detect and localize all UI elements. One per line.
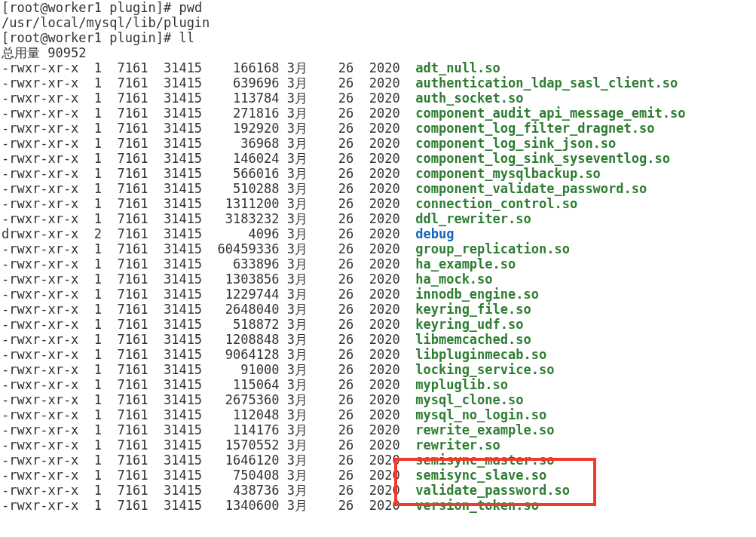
file-name: connection_control.so <box>415 196 577 211</box>
shell-prompt: [root@worker1 plugin]# <box>2 0 179 15</box>
file-meta: -rwxr-xr-x 1 7161 31415 2675360 3月 26 20… <box>2 392 415 407</box>
file-name: group_replication.so <box>415 241 570 256</box>
file-meta: -rwxr-xr-x 1 7161 31415 3183232 3月 26 20… <box>2 211 415 226</box>
pwd-output: /usr/local/mysql/lib/plugin <box>2 15 754 30</box>
file-name: mypluglib.so <box>415 377 508 392</box>
file-name: mysql_clone.so <box>415 392 523 407</box>
file-name: auth_socket.so <box>415 91 523 106</box>
file-meta: -rwxr-xr-x 1 7161 31415 112048 3月 26 202… <box>2 407 415 422</box>
prompt-line-2: [root@worker1 plugin]# ll <box>2 30 754 45</box>
file-meta: -rwxr-xr-x 1 7161 31415 639696 3月 26 202… <box>2 75 415 91</box>
file-row: -rwxr-xr-x 1 7161 31415 36968 3月 26 2020… <box>2 136 754 151</box>
file-row: -rwxr-xr-x 1 7161 31415 1208848 3月 26 20… <box>2 332 754 347</box>
file-name: locking_service.so <box>415 362 554 377</box>
file-row: -rwxr-xr-x 1 7161 31415 1340600 3月 26 20… <box>2 498 754 513</box>
file-row: -rwxr-xr-x 1 7161 31415 566016 3月 26 202… <box>2 166 754 181</box>
file-row: -rwxr-xr-x 1 7161 31415 633896 3月 26 202… <box>2 256 754 272</box>
file-name: ha_mock.so <box>415 272 492 287</box>
file-name: component_mysqlbackup.so <box>415 166 601 181</box>
file-row: drwxr-xr-x 2 7161 31415 4096 3月 26 2020 … <box>2 226 754 241</box>
file-meta: drwxr-xr-x 2 7161 31415 4096 3月 26 2020 <box>2 226 415 241</box>
file-name: component_audit_api_message_emit.so <box>415 106 685 121</box>
terminal-output[interactable]: [root@worker1 plugin]# pwd/usr/local/mys… <box>0 0 756 513</box>
file-row: -rwxr-xr-x 1 7161 31415 91000 3月 26 2020… <box>2 362 754 377</box>
file-row: -rwxr-xr-x 1 7161 31415 114176 3月 26 202… <box>2 422 754 437</box>
file-row: -rwxr-xr-x 1 7161 31415 60459336 3月 26 2… <box>2 241 754 256</box>
file-name: validate_password.so <box>415 483 570 498</box>
file-meta: -rwxr-xr-x 1 7161 31415 1303856 3月 26 20… <box>2 272 415 287</box>
command-ll: ll <box>179 30 194 45</box>
file-meta: -rwxr-xr-x 1 7161 31415 1340600 3月 26 20… <box>2 498 415 513</box>
file-name: ddl_rewriter.so <box>415 211 531 226</box>
file-meta: -rwxr-xr-x 1 7161 31415 1646120 3月 26 20… <box>2 453 415 468</box>
file-row: -rwxr-xr-x 1 7161 31415 1646120 3月 26 20… <box>2 453 754 468</box>
file-row: -rwxr-xr-x 1 7161 31415 1570552 3月 26 20… <box>2 437 754 453</box>
file-meta: -rwxr-xr-x 1 7161 31415 114176 3月 26 202… <box>2 422 415 437</box>
total-line: 总用量 90952 <box>2 45 754 60</box>
file-row: -rwxr-xr-x 1 7161 31415 518872 3月 26 202… <box>2 317 754 332</box>
file-meta: -rwxr-xr-x 1 7161 31415 510288 3月 26 202… <box>2 181 415 196</box>
file-row: -rwxr-xr-x 1 7161 31415 113784 3月 26 202… <box>2 91 754 106</box>
file-row: -rwxr-xr-x 1 7161 31415 271816 3月 26 202… <box>2 106 754 121</box>
file-name: mysql_no_login.so <box>415 407 546 422</box>
file-name: component_log_sink_syseventlog.so <box>415 151 670 166</box>
file-row: -rwxr-xr-x 1 7161 31415 2675360 3月 26 20… <box>2 392 754 407</box>
file-row: -rwxr-xr-x 1 7161 31415 2648040 3月 26 20… <box>2 302 754 317</box>
file-meta: -rwxr-xr-x 1 7161 31415 1229744 3月 26 20… <box>2 287 415 302</box>
file-name: debug <box>415 226 454 241</box>
file-meta: -rwxr-xr-x 1 7161 31415 438736 3月 26 202… <box>2 483 415 498</box>
file-meta: -rwxr-xr-x 1 7161 31415 1311200 3月 26 20… <box>2 196 415 211</box>
file-meta: -rwxr-xr-x 1 7161 31415 192920 3月 26 202… <box>2 121 415 136</box>
shell-prompt: [root@worker1 plugin]# <box>2 30 179 45</box>
file-name: component_validate_password.so <box>415 181 647 196</box>
file-meta: -rwxr-xr-x 1 7161 31415 1208848 3月 26 20… <box>2 332 415 347</box>
file-row: -rwxr-xr-x 1 7161 31415 166168 3月 26 202… <box>2 60 754 75</box>
file-row: -rwxr-xr-x 1 7161 31415 9064128 3月 26 20… <box>2 347 754 362</box>
file-name: libpluginmecab.so <box>415 347 546 362</box>
file-row: -rwxr-xr-x 1 7161 31415 1311200 3月 26 20… <box>2 196 754 211</box>
file-meta: -rwxr-xr-x 1 7161 31415 2648040 3月 26 20… <box>2 302 415 317</box>
command-pwd: pwd <box>179 0 202 15</box>
file-meta: -rwxr-xr-x 1 7161 31415 271816 3月 26 202… <box>2 106 415 121</box>
file-meta: -rwxr-xr-x 1 7161 31415 750408 3月 26 202… <box>2 468 415 483</box>
file-name: innodb_engine.so <box>415 287 539 302</box>
file-name: semisync_slave.so <box>415 468 546 483</box>
file-meta: -rwxr-xr-x 1 7161 31415 566016 3月 26 202… <box>2 166 415 181</box>
file-name: ha_example.so <box>415 256 516 272</box>
file-name: component_log_filter_dragnet.so <box>415 121 654 136</box>
file-meta: -rwxr-xr-x 1 7161 31415 633896 3月 26 202… <box>2 256 415 272</box>
file-meta: -rwxr-xr-x 1 7161 31415 518872 3月 26 202… <box>2 317 415 332</box>
file-name: authentication_ldap_sasl_client.so <box>415 75 678 91</box>
file-name: semisync_master.so <box>415 453 554 468</box>
file-name: keyring_udf.so <box>415 317 523 332</box>
file-row: -rwxr-xr-x 1 7161 31415 192920 3月 26 202… <box>2 121 754 136</box>
file-row: -rwxr-xr-x 1 7161 31415 438736 3月 26 202… <box>2 483 754 498</box>
file-row: -rwxr-xr-x 1 7161 31415 750408 3月 26 202… <box>2 468 754 483</box>
file-row: -rwxr-xr-x 1 7161 31415 115064 3月 26 202… <box>2 377 754 392</box>
file-name: version_token.so <box>415 498 539 513</box>
file-meta: -rwxr-xr-x 1 7161 31415 115064 3月 26 202… <box>2 377 415 392</box>
file-row: -rwxr-xr-x 1 7161 31415 1229744 3月 26 20… <box>2 287 754 302</box>
file-meta: -rwxr-xr-x 1 7161 31415 113784 3月 26 202… <box>2 91 415 106</box>
file-meta: -rwxr-xr-x 1 7161 31415 60459336 3月 26 2… <box>2 241 415 256</box>
file-row: -rwxr-xr-x 1 7161 31415 146024 3月 26 202… <box>2 151 754 166</box>
file-meta: -rwxr-xr-x 1 7161 31415 146024 3月 26 202… <box>2 151 415 166</box>
file-name: component_log_sink_json.so <box>415 136 616 151</box>
prompt-line-1: [root@worker1 plugin]# pwd <box>2 0 754 15</box>
file-meta: -rwxr-xr-x 1 7161 31415 1570552 3月 26 20… <box>2 437 415 453</box>
file-name: libmemcached.so <box>415 332 531 347</box>
file-name: keyring_file.so <box>415 302 531 317</box>
file-meta: -rwxr-xr-x 1 7161 31415 9064128 3月 26 20… <box>2 347 415 362</box>
file-meta: -rwxr-xr-x 1 7161 31415 91000 3月 26 2020 <box>2 362 415 377</box>
file-meta: -rwxr-xr-x 1 7161 31415 166168 3月 26 202… <box>2 60 415 75</box>
file-row: -rwxr-xr-x 1 7161 31415 112048 3月 26 202… <box>2 407 754 422</box>
file-meta: -rwxr-xr-x 1 7161 31415 36968 3月 26 2020 <box>2 136 415 151</box>
file-row: -rwxr-xr-x 1 7161 31415 1303856 3月 26 20… <box>2 272 754 287</box>
file-name: rewriter.so <box>415 437 500 453</box>
file-row: -rwxr-xr-x 1 7161 31415 3183232 3月 26 20… <box>2 211 754 226</box>
file-name: adt_null.so <box>415 60 500 75</box>
file-row: -rwxr-xr-x 1 7161 31415 510288 3月 26 202… <box>2 181 754 196</box>
file-row: -rwxr-xr-x 1 7161 31415 639696 3月 26 202… <box>2 75 754 91</box>
file-name: rewrite_example.so <box>415 422 554 437</box>
